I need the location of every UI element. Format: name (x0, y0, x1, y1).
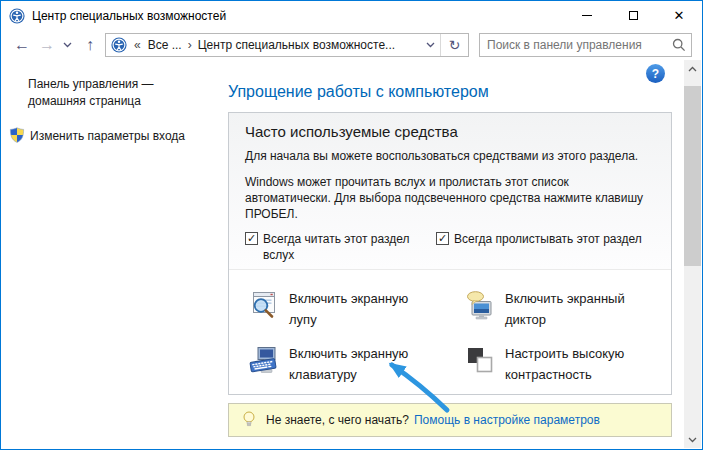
panel-description-text: Windows может прочитать вслух и пролиста… (245, 174, 645, 222)
chevron-down-icon (688, 437, 697, 443)
navigation-bar: ← → ↑ « Все ... › Центр специальных возм… (1, 30, 702, 60)
tip-help-link[interactable]: Помощь в настройке параметров (414, 413, 600, 427)
checkbox-label: Всегда читать этот раздел вслух (263, 231, 421, 263)
vertical-scrollbar[interactable] (684, 60, 701, 448)
on-screen-keyboard-icon (249, 345, 279, 375)
tool-label: Включить экранную лупу (289, 288, 427, 330)
lightbulb-icon (242, 411, 256, 429)
search-box (479, 33, 692, 57)
minimize-icon (582, 15, 592, 16)
help-icon: ? (652, 67, 659, 81)
sidebar-item-control-panel-home[interactable]: Панель управления — домашняя страница (28, 76, 178, 110)
scroll-up-button[interactable] (684, 60, 701, 77)
ease-of-access-icon (111, 37, 127, 53)
maximize-icon (629, 11, 638, 20)
close-icon: ✕ (674, 9, 685, 22)
tool-label: Включить экранную клавиатуру (289, 343, 427, 385)
close-button[interactable]: ✕ (656, 1, 702, 30)
breadcrumb-current[interactable]: Центр специальных возможносте... (194, 38, 399, 52)
magnifier-icon (249, 290, 279, 320)
up-icon: ↑ (86, 36, 94, 54)
refresh-button[interactable]: ↻ (440, 34, 468, 56)
sidebar-item-change-signin-settings[interactable]: Изменить параметры входа (30, 129, 185, 143)
scrollbar-thumb[interactable] (684, 86, 701, 266)
chevron-up-icon (688, 66, 697, 72)
breadcrumb-separator: › (186, 38, 194, 52)
forward-button[interactable]: → (35, 30, 59, 60)
search-input[interactable] (480, 38, 667, 52)
address-bar[interactable]: « Все ... › Центр специальных возможност… (105, 33, 469, 57)
tool-label: Настроить высокую контрастность (505, 343, 643, 385)
common-tools-panel: Часто используемые средства Для начала в… (228, 112, 672, 395)
breadcrumb-overflow-button[interactable]: « (131, 38, 144, 52)
checkbox-checked-icon[interactable]: ✓ (436, 232, 449, 245)
uac-shield-icon (9, 127, 25, 143)
tool-label: Включить экранный диктор (505, 288, 643, 330)
check-icon: ✓ (438, 233, 447, 244)
panel-title: Часто используемые средства (245, 123, 655, 140)
titlebar: Центр специальных возможностей ✕ (1, 1, 702, 30)
page-title: Упрощение работы с компьютером (228, 83, 489, 101)
back-icon: ← (14, 36, 30, 54)
narrator-icon (465, 290, 495, 320)
tool-start-magnifier[interactable]: Включить экранную лупу (249, 288, 427, 330)
window-controls: ✕ (564, 1, 702, 30)
tip-bar: Не знаете, с чего начать? Помощь в настр… (228, 403, 672, 437)
tip-question-text: Не знаете, с чего начать? (266, 413, 409, 427)
address-dropdown-button[interactable] (420, 34, 440, 56)
scroll-down-button[interactable] (684, 431, 701, 448)
ease-of-access-icon (9, 8, 25, 24)
check-icon: ✓ (247, 233, 256, 244)
tools-list: Включить экранную лупу Включить экранный… (229, 271, 671, 394)
search-button[interactable] (667, 38, 691, 52)
panel-header-section: Часто используемые средства Для начала в… (229, 113, 671, 270)
chevron-down-icon (426, 42, 435, 48)
maximize-button[interactable] (610, 1, 656, 30)
up-button[interactable]: ↑ (77, 30, 103, 60)
forward-icon: → (39, 36, 55, 54)
checkbox-row: ✓ Всегда читать этот раздел вслух ✓ Всег… (245, 231, 655, 263)
tool-set-high-contrast[interactable]: Настроить высокую контрастность (465, 343, 643, 385)
checkbox-label: Всегда пролистывать этот раздел (454, 231, 642, 247)
help-button[interactable]: ? (646, 64, 665, 83)
minimize-button[interactable] (564, 1, 610, 30)
checkbox-checked-icon[interactable]: ✓ (245, 232, 258, 245)
high-contrast-icon (465, 345, 495, 375)
breadcrumb-all-items[interactable]: Все ... (144, 38, 186, 52)
panel-intro-text: Для начала вы можете воспользоваться сре… (245, 149, 655, 164)
tool-start-narrator[interactable]: Включить экранный диктор (465, 288, 643, 330)
refresh-icon: ↻ (449, 37, 461, 53)
recent-pages-button[interactable] (59, 30, 75, 60)
checkbox-always-read-aloud[interactable]: ✓ Всегда читать этот раздел вслух (245, 231, 421, 263)
chevron-down-icon (63, 42, 72, 48)
back-button[interactable]: ← (9, 30, 35, 60)
search-icon (672, 38, 686, 52)
window-title: Центр специальных возможностей (32, 9, 226, 23)
checkbox-always-scan[interactable]: ✓ Всегда пролистывать этот раздел (436, 231, 642, 247)
tool-start-onscreen-keyboard[interactable]: Включить экранную клавиатуру (249, 343, 427, 385)
